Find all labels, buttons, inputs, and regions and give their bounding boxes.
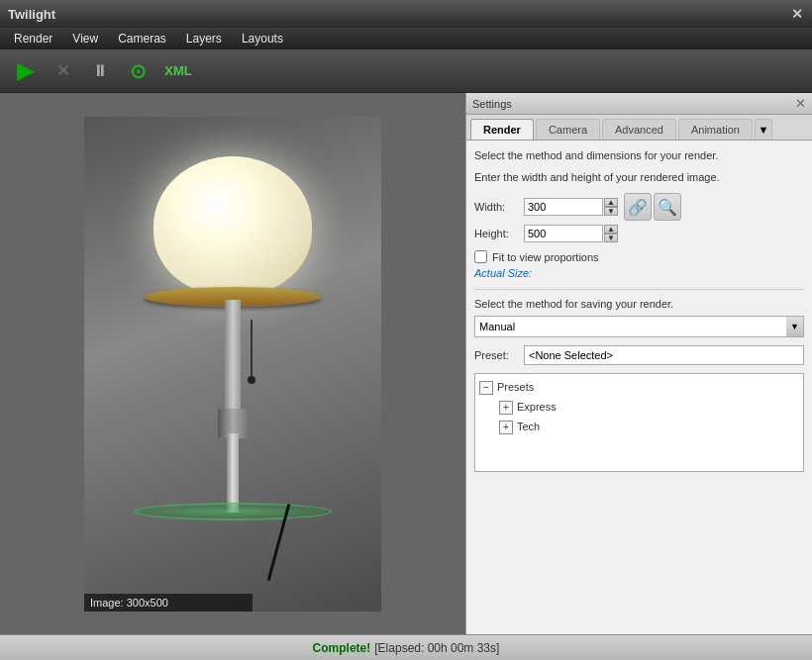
lamp-cord-ball [248,376,255,384]
height-input-group: ▲ ▼ [524,225,618,242]
main-content: Image: 300x500 Settings ✕ Render Camera … [0,93,812,634]
image-label: Image: 300x500 [84,594,253,612]
link-dimensions-btn[interactable]: 🔗 [624,193,652,221]
render-desc1: Select the method and dimensions for you… [474,148,804,163]
height-spinners: ▲ ▼ [604,225,618,242]
method-dropdown-arrow[interactable]: ▼ [786,316,804,337]
zoom-fit-btn[interactable]: 🔍 [654,193,681,221]
lamp-neck [225,300,241,419]
settings-content: Select the method and dimensions for you… [466,141,812,634]
tab-camera[interactable]: Camera [536,119,600,140]
width-row: Width: ▲ ▼ 🔗 🔍 [474,193,804,221]
pause-btn[interactable]: ⏸ [83,54,117,88]
settings-close-btn[interactable]: ✕ [795,96,806,111]
tree-tech-toggle[interactable]: + [499,421,513,434]
lamp-stem-lower [227,433,239,513]
toolbar: ▶ ✕ ⏸ ⊙ XML [0,49,812,93]
tree-express-label: Express [517,398,557,418]
method-dropdown-wrapper: Manual ▼ [474,316,804,337]
width-spin-down[interactable]: ▼ [604,207,618,216]
region-btn[interactable]: ⊙ [121,54,154,88]
width-spinners: ▲ ▼ [604,198,618,216]
tab-render[interactable]: Render [470,119,534,140]
preset-input[interactable] [524,345,804,365]
tabs-row: Render Camera Advanced Animation ▼ [466,115,812,141]
status-complete: Complete! [313,641,371,655]
fit-checkbox-row: Fit to view proportions [474,250,804,263]
link-zoom-btns: 🔗 🔍 [624,193,681,221]
width-label: Width: [474,201,524,213]
preset-row: Preset: [474,345,804,365]
app-close-btn[interactable]: ✕ [790,7,804,21]
preview-area: Image: 300x500 [0,93,465,634]
xml-btn[interactable]: XML [158,54,198,88]
lamp-cord [251,320,253,379]
width-input-group: ▲ ▼ [524,198,618,216]
status-elapsed: [Elapsed: 00h 00m 33s] [374,641,499,655]
height-label: Height: [474,228,524,239]
method-dropdown[interactable]: Manual [474,316,804,337]
render-btn[interactable]: ▶ [8,54,42,88]
method-desc: Select the method for saving your render… [474,298,804,310]
fit-checkbox[interactable] [474,250,487,263]
tab-animation[interactable]: Animation [678,119,753,140]
menu-layers[interactable]: Layers [176,30,232,47]
divider1 [474,289,804,290]
tree-express-toggle[interactable]: + [499,401,513,415]
menu-render[interactable]: Render [4,30,62,47]
preset-label: Preset: [474,349,524,361]
render-desc2: Enter the width and height of your rende… [474,171,804,183]
settings-panel: Settings ✕ Render Camera Advanced Animat… [465,93,812,634]
lamp-scene [84,117,381,612]
menu-view[interactable]: View [62,30,108,47]
actual-size-link[interactable]: Actual Size: [474,267,804,279]
settings-titlebar: Settings ✕ [466,93,812,115]
height-spin-down[interactable]: ▼ [604,234,618,242]
menu-layouts[interactable]: Layouts [232,30,293,47]
height-row: Height: ▲ ▼ [474,225,804,242]
stop-btn[interactable]: ✕ [46,54,79,88]
settings-title: Settings [472,98,795,110]
preview-image: Image: 300x500 [84,117,381,612]
fit-label: Fit to view proportions [492,251,599,263]
height-input[interactable] [524,225,603,242]
app-title: Twilight [8,7,790,22]
tree-root: − Presets [479,378,799,398]
tree-tech-label: Tech [517,418,540,437]
presets-tree: − Presets + Express + Tech [474,373,804,472]
status-bar: Complete! [Elapsed: 00h 00m 33s] [0,634,812,660]
tree-root-toggle[interactable]: − [479,381,493,395]
width-input[interactable] [524,198,603,216]
tree-child-express: + Express [499,398,799,418]
tab-advanced[interactable]: Advanced [602,119,676,140]
tree-child-tech: + Tech [499,418,799,437]
title-bar: Twilight ✕ [0,0,812,28]
menu-bar: Render View Cameras Layers Layouts [0,28,812,49]
lamp-globe [153,156,312,295]
menu-cameras[interactable]: Cameras [108,30,176,47]
tree-root-label: Presets [497,378,534,398]
method-dropdown-row: Manual ▼ [474,316,804,337]
lamp-base-plate [134,503,332,520]
tab-more-btn[interactable]: ▼ [755,119,772,140]
